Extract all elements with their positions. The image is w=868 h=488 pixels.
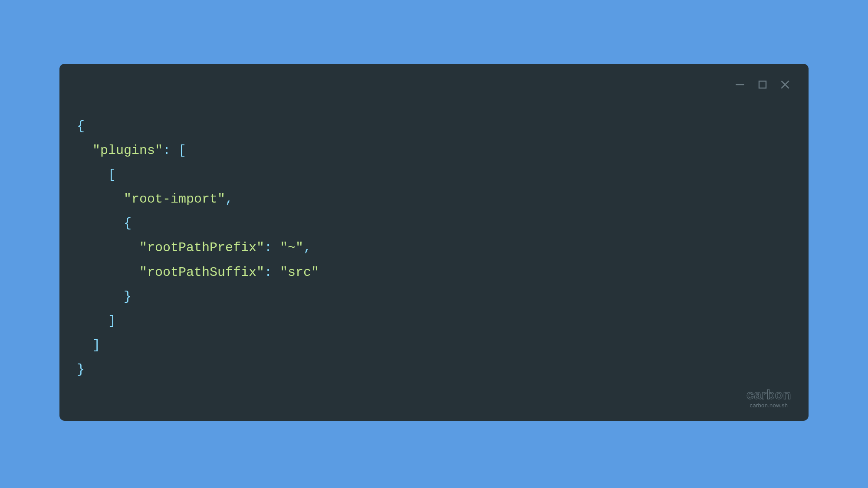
token-punct: ] — [92, 338, 100, 353]
token-plain — [272, 265, 280, 280]
code-line: ] — [77, 333, 791, 357]
minimize-icon[interactable] — [734, 79, 746, 91]
token-string: "rootPathSuffix" — [139, 265, 264, 280]
code-line: "plugins": [ — [77, 138, 791, 163]
code-line: [ — [77, 163, 791, 187]
token-punct: [ — [108, 167, 116, 182]
code-line: "rootPathPrefix": "~", — [77, 236, 791, 260]
watermark-logo: carbon — [746, 388, 791, 401]
token-plain — [171, 143, 178, 158]
token-string: "~" — [280, 240, 303, 255]
token-string: "plugins" — [92, 143, 163, 158]
code-window: { "plugins": [ [ "root-import", { "rootP… — [59, 64, 809, 421]
maximize-icon[interactable] — [756, 79, 769, 91]
token-string: "root-import" — [124, 192, 225, 206]
token-string: "rootPathPrefix" — [139, 240, 264, 255]
svg-rect-1 — [759, 81, 766, 88]
token-comma: , — [303, 240, 311, 255]
watermark: carbon carbon.now.sh — [746, 388, 791, 409]
token-punct: } — [124, 289, 132, 304]
token-punct: ] — [108, 314, 116, 328]
token-comma: , — [225, 192, 233, 206]
window-controls — [734, 79, 791, 91]
code-line: "root-import", — [77, 187, 791, 211]
code-line: } — [77, 285, 791, 309]
code-line: ] — [77, 309, 791, 333]
token-plain — [272, 240, 280, 255]
code-block: { "plugins": [ [ "root-import", { "rootP… — [77, 114, 791, 382]
code-line: "rootPathSuffix": "src" — [77, 260, 791, 285]
close-icon[interactable] — [779, 79, 791, 91]
token-punct: { — [124, 216, 132, 231]
token-punct: : — [264, 265, 272, 280]
token-punct: { — [77, 119, 85, 134]
watermark-url: carbon.now.sh — [746, 402, 791, 409]
token-punct: [ — [178, 143, 186, 158]
code-line: } — [77, 357, 791, 382]
token-string: "src" — [280, 265, 319, 280]
code-line: { — [77, 114, 791, 138]
token-punct: } — [77, 362, 85, 377]
token-punct: : — [264, 240, 272, 255]
token-punct: : — [163, 143, 171, 158]
code-line: { — [77, 211, 791, 236]
